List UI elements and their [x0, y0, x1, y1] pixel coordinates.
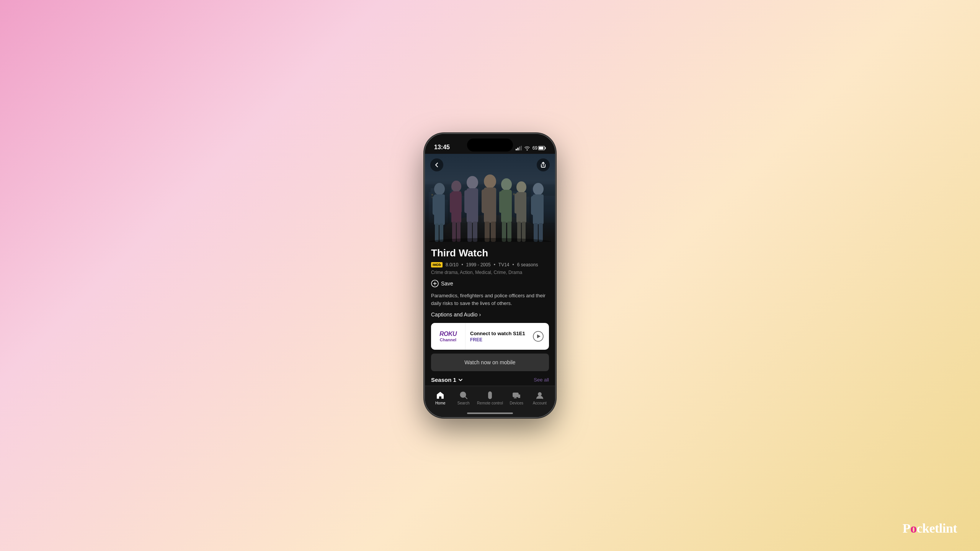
roku-info: Connect to watch S1E1 FREE	[466, 331, 532, 342]
share-button[interactable]	[537, 158, 550, 171]
hero-section	[425, 154, 555, 242]
svg-rect-51	[482, 189, 486, 213]
roku-channel-label: Channel	[439, 337, 457, 342]
roku-connect-text: Connect to watch S1E1	[470, 331, 528, 336]
nav-account-label: Account	[533, 401, 547, 405]
svg-rect-63	[514, 194, 518, 214]
watch-now-button[interactable]: Watch now on mobile	[431, 354, 549, 371]
plus-circle-icon	[431, 280, 439, 287]
search-icon	[459, 391, 468, 400]
remote-control-icon	[485, 391, 495, 400]
show-seasons: 6 seasons	[517, 262, 538, 267]
captions-label: Captions and Audio	[431, 311, 477, 318]
svg-rect-80	[489, 395, 491, 396]
roku-free-label: FREE	[470, 337, 528, 342]
watch-now-label: Watch now on mobile	[464, 359, 515, 365]
save-label: Save	[441, 280, 453, 287]
wifi-icon	[524, 146, 530, 150]
nav-search-label: Search	[457, 401, 470, 405]
svg-rect-36	[439, 223, 443, 242]
pocketlint-watermark: Pocketlint	[903, 521, 957, 536]
svg-point-49	[484, 174, 496, 188]
back-button[interactable]	[430, 158, 443, 171]
show-title: Third Watch	[431, 247, 549, 259]
meta-dot-1: •	[461, 262, 463, 267]
svg-rect-52	[491, 189, 495, 213]
status-icons: 69	[516, 145, 546, 151]
svg-rect-58	[507, 191, 511, 213]
svg-rect-3	[521, 146, 522, 150]
meta-dot-3: •	[513, 262, 514, 267]
imdb-rating: 8.0/10	[446, 262, 458, 267]
battery-percentage: 69	[532, 145, 537, 151]
svg-rect-64	[523, 194, 526, 214]
svg-point-61	[516, 181, 526, 193]
home-indicator	[467, 412, 513, 414]
nav-item-remote[interactable]: Remote control	[477, 391, 503, 405]
season-header: Season 1 See all	[431, 377, 549, 383]
svg-rect-39	[450, 193, 453, 213]
roku-play-button[interactable]	[532, 330, 544, 342]
battery-indicator: 69	[532, 145, 546, 151]
nav-item-account[interactable]: Account	[530, 391, 549, 405]
svg-rect-2	[519, 147, 520, 150]
svg-point-55	[501, 178, 512, 191]
roku-logo-area: ROKU Channel	[431, 323, 466, 350]
see-all-link[interactable]: See all	[534, 377, 549, 383]
svg-rect-1	[517, 148, 518, 150]
captions-link[interactable]: Captions and Audio ›	[431, 311, 549, 318]
svg-rect-81	[489, 396, 491, 397]
svg-rect-72	[539, 223, 543, 242]
nav-remote-label: Remote control	[477, 401, 503, 405]
content-area: Third Watch IMDb 8.0/10 • 1999 - 2005 • …	[425, 242, 555, 386]
svg-point-73	[429, 238, 551, 242]
nav-item-search[interactable]: Search	[454, 391, 473, 405]
dynamic-island	[467, 139, 513, 152]
svg-rect-70	[539, 196, 543, 215]
phone-shell: 13:45 69	[425, 134, 555, 417]
show-rating: TV14	[498, 262, 510, 267]
nav-item-devices[interactable]: Devices	[507, 391, 526, 405]
season-label: Season 1	[431, 377, 456, 383]
captions-chevron-icon: ›	[479, 311, 481, 318]
nav-home-label: Home	[435, 401, 446, 405]
imdb-badge: IMDb	[431, 262, 443, 267]
svg-rect-33	[433, 196, 436, 215]
battery-icon	[538, 146, 546, 150]
home-icon	[436, 391, 445, 400]
svg-point-31	[434, 183, 445, 195]
svg-point-37	[451, 181, 461, 192]
svg-point-43	[467, 176, 478, 189]
season-selector[interactable]: Season 1	[431, 377, 463, 383]
svg-rect-0	[516, 149, 517, 150]
svg-rect-45	[464, 190, 469, 213]
meta-dot-2: •	[494, 262, 495, 267]
svg-rect-35	[435, 223, 439, 242]
svg-point-67	[533, 183, 544, 195]
svg-rect-34	[441, 196, 445, 215]
show-genres: Crime drama, Action, Medical, Crime, Dra…	[431, 270, 549, 275]
svg-rect-71	[534, 223, 538, 242]
svg-rect-57	[499, 191, 503, 213]
screen: Third Watch IMDb 8.0/10 • 1999 - 2005 • …	[425, 154, 555, 417]
signal-icon	[516, 146, 522, 150]
pocketlint-accent: o	[910, 521, 917, 535]
hero-people	[425, 161, 555, 242]
roku-logo-icon: ROKU	[439, 331, 457, 337]
status-time: 13:45	[434, 144, 450, 151]
show-description: Paramedics, firefighters and police offi…	[431, 292, 549, 307]
season-chevron-icon	[458, 377, 463, 383]
show-years: 1999 - 2005	[466, 262, 491, 267]
svg-rect-82	[513, 393, 518, 397]
nav-devices-label: Devices	[510, 401, 524, 405]
nav-item-home[interactable]: Home	[431, 391, 450, 405]
account-icon	[535, 391, 544, 400]
meta-row: IMDb 8.0/10 • 1999 - 2005 • TV14 • 6 sea…	[431, 262, 549, 267]
svg-rect-46	[473, 190, 477, 213]
svg-rect-5	[545, 147, 546, 149]
roku-connect-card[interactable]: ROKU Channel Connect to watch S1E1 FREE	[431, 323, 549, 350]
svg-rect-69	[531, 196, 535, 215]
svg-point-83	[538, 393, 541, 396]
save-button[interactable]: Save	[431, 280, 549, 287]
devices-icon	[512, 391, 521, 400]
